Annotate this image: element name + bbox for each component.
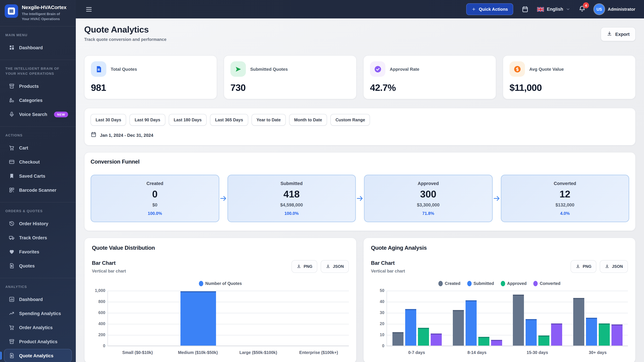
export-button[interactable]: Export: [601, 27, 636, 41]
date-filter-card: Last 30 DaysLast 90 DaysLast 180 DaysLas…: [84, 108, 636, 145]
app-logo-icon: [5, 4, 18, 18]
date-range-display[interactable]: Jan 1, 2024 - Dec 31, 2024: [90, 131, 629, 139]
menu-toggle-button[interactable]: [85, 5, 92, 13]
language-selector[interactable]: English: [537, 7, 570, 12]
sidebar-item-dashboard[interactable]: Dashboard: [4, 41, 72, 54]
quote-value-distribution-card: Quote Value Distribution Bar Chart Verti…: [84, 238, 356, 362]
sidebar-item-label: Cart: [19, 145, 28, 150]
funnel-stage-created: Created0$0100.0%: [90, 175, 219, 222]
sidebar-section-label: MAIN MENU: [0, 29, 76, 40]
download-png-button[interactable]: PNG: [571, 260, 596, 273]
legend-dot: [199, 281, 203, 286]
y-axis-tick-label: 0: [372, 344, 384, 348]
file-dollar-icon: [9, 263, 15, 269]
sidebar-item-cart[interactable]: Cart: [4, 141, 72, 155]
bar-30-days-converted: [612, 325, 622, 346]
bar-group-large-50k-100k: [228, 291, 289, 346]
range-button-year-to-date[interactable]: Year to Date: [252, 114, 286, 126]
sidebar-item-analytics-dashboard[interactable]: Dashboard: [4, 293, 72, 306]
sidebar-item-order-analytics[interactable]: Order Analytics: [4, 321, 72, 334]
stat-card-avg-quote-value: Avg Quote Value$11,000: [503, 55, 636, 99]
y-axis-tick-label: 200: [92, 333, 105, 337]
chart-type-label: Bar Chart: [92, 260, 126, 266]
download-json-button[interactable]: JSON: [321, 260, 349, 273]
chart-legend: Number of Quotes: [92, 281, 349, 286]
bar-15-30-days-approved: [538, 336, 550, 346]
bar-30-days-submitted: [586, 318, 597, 346]
bar-group-30-days: [568, 291, 628, 346]
legend-label: Approved: [507, 281, 526, 286]
plus-icon: [472, 7, 476, 11]
legend-item-created: Created: [438, 281, 460, 286]
funnel-stage-percent: 71.8%: [422, 211, 434, 216]
uk-flag-icon: [537, 7, 544, 11]
sidebar-item-label: Products: [19, 84, 39, 89]
calendar-button[interactable]: [522, 6, 529, 13]
range-button-last-90-days[interactable]: Last 90 Days: [130, 114, 165, 126]
avatar: US: [594, 4, 604, 14]
sidebar-item-order-history[interactable]: Order History: [4, 217, 72, 230]
sidebar-item-categories[interactable]: Categories: [4, 94, 72, 107]
sidebar-item-label: Barcode Scanner: [19, 188, 56, 193]
x-axis-label: Enterprise ($100k+): [288, 350, 349, 355]
range-button-last-180-days[interactable]: Last 180 Days: [169, 114, 207, 126]
funnel-stage-value: $4,598,000: [280, 202, 303, 207]
user-menu[interactable]: US Administrator: [594, 4, 635, 14]
sidebar-nav: MAIN MENUDashboardTHE INTELLIGENT BRAIN …: [0, 27, 76, 362]
sidebar-item-checkout[interactable]: Checkout: [4, 155, 72, 169]
file-dollar-icon: [9, 353, 15, 359]
range-button-month-to-date[interactable]: Month to Date: [289, 114, 327, 126]
sidebar-item-label: Categories: [19, 98, 42, 103]
funnel-stage-percent: 100.0%: [148, 211, 162, 216]
download-json-button[interactable]: JSON: [600, 260, 628, 273]
sidebar-item-track-orders[interactable]: Track Orders: [4, 231, 72, 245]
truck-icon: [9, 235, 15, 241]
y-axis-tick-label: 400: [92, 322, 105, 326]
bar-0-7-days-created: [392, 332, 404, 346]
sidebar-item-label: Dashboard: [19, 297, 43, 302]
sidebar-item-quotes[interactable]: Quotes: [4, 259, 72, 273]
funnel-stage-count: 300: [420, 189, 436, 200]
bar-8-14-days-approved: [478, 337, 489, 346]
bar-group-enterprise-100k: [289, 291, 349, 346]
json-label: JSON: [333, 264, 344, 269]
bar-15-30-days-created: [513, 295, 524, 346]
sidebar-item-favorites[interactable]: Favorites: [4, 245, 72, 259]
stat-label: Submitted Quotes: [250, 66, 288, 71]
sidebar-item-spending-analytics[interactable]: Spending Analytics: [4, 307, 72, 320]
x-axis-label: Medium ($10k-$50k): [168, 350, 228, 355]
notifications-button[interactable]: 4: [578, 5, 586, 13]
sidebar-section-label: ANALYTICS: [0, 280, 76, 292]
chart-description: Vertical bar chart: [92, 269, 126, 274]
sidebar-item-saved-carts[interactable]: Saved Carts: [4, 169, 72, 183]
range-button-last-365-days[interactable]: Last 365 Days: [210, 114, 248, 126]
stat-value: 981: [91, 82, 210, 93]
funnel-stage-value: $0: [152, 202, 157, 207]
download-png-button[interactable]: PNG: [292, 260, 318, 273]
sidebar-item-quote-analytics[interactable]: Quote Analytics: [4, 349, 72, 362]
sidebar-item-voice-search[interactable]: Voice SearchNEW: [4, 108, 72, 121]
export-label: Export: [615, 32, 630, 37]
y-axis-tick-label: 0: [92, 344, 105, 348]
sidebar-section: ACTIONSCartCheckoutSaved CartsBarcode Sc…: [0, 126, 76, 201]
funnel-stage-label: Converted: [554, 181, 576, 186]
sidebar-item-barcode-scanner[interactable]: Barcode Scanner: [4, 184, 72, 197]
legend-item-approved: Approved: [500, 281, 526, 286]
x-axis-label: 8-14 days: [447, 350, 507, 355]
date-range-text: Jan 1, 2024 - Dec 31, 2024: [100, 133, 153, 138]
stat-card-total-quotes: Total Quotes981: [84, 55, 217, 99]
heart-icon: [9, 249, 15, 255]
sidebar-item-products[interactable]: Products: [4, 80, 72, 93]
funnel-stage-percent: 100.0%: [284, 211, 299, 216]
y-axis-tick-label: 1,000: [92, 288, 105, 293]
page-subtitle: Track quote conversion and performance: [84, 37, 166, 42]
range-button-custom-range[interactable]: Custom Range: [330, 114, 370, 126]
sidebar-item-product-analytics[interactable]: Product Analytics: [4, 335, 72, 349]
sidebar-section: MAIN MENUDashboard: [0, 27, 76, 58]
date-range-buttons: Last 30 DaysLast 90 DaysLast 180 DaysLas…: [90, 114, 629, 126]
range-button-last-30-days[interactable]: Last 30 Days: [90, 114, 126, 126]
legend-item-converted: Converted: [533, 281, 560, 286]
x-axis-label: 0-7 days: [386, 350, 447, 355]
quick-actions-button[interactable]: Quick Actions: [466, 3, 513, 15]
download-icon: [326, 264, 330, 269]
